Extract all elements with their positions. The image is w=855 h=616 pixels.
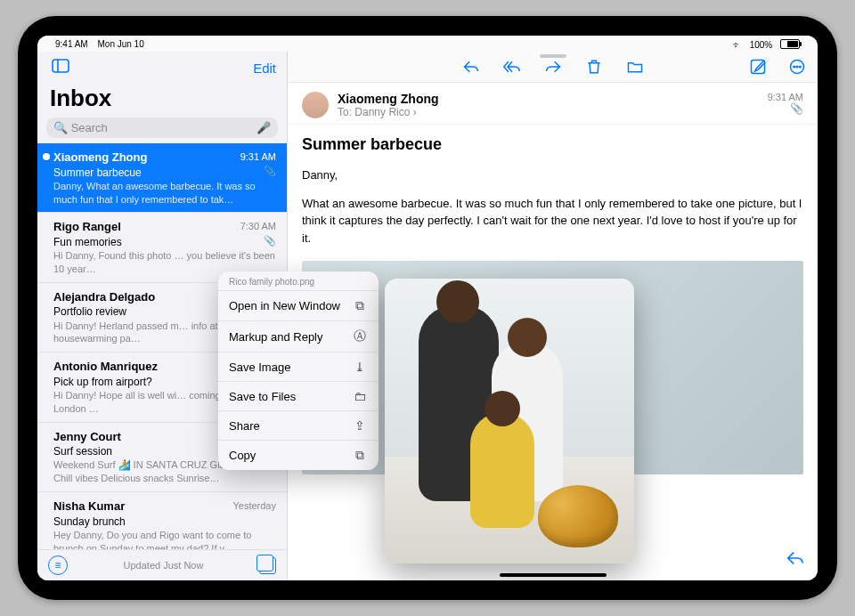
ipad-frame: 9:41 AM Mon Jun 10 ᯤ 100% Edit Inbox — [18, 16, 837, 600]
compose-icon[interactable] — [748, 57, 768, 77]
context-menu-label: Save to Files — [229, 390, 296, 403]
message-subject: Summer barbecue — [53, 166, 276, 180]
reader-toolbar — [288, 52, 818, 83]
home-indicator[interactable] — [500, 573, 607, 577]
edit-button[interactable]: Edit — [253, 61, 276, 76]
message-header: Xiaomeng Zhong To: Danny Rico › 9:31 AM … — [288, 83, 818, 124]
status-time: 9:41 AM — [55, 39, 88, 49]
forward-icon[interactable] — [543, 57, 563, 77]
quick-reply-icon[interactable] — [786, 548, 805, 571]
message-subject: Fun memories — [53, 235, 276, 249]
save-down-icon: ⤓ — [352, 360, 368, 374]
status-bar: 9:41 AM Mon Jun 10 ᯤ 100% — [37, 36, 818, 52]
window-icon: ⧉ — [352, 298, 368, 313]
message-row[interactable]: Xiaomeng Zhong9:31 AM📎Summer barbecueDan… — [37, 143, 287, 213]
avatar[interactable] — [302, 92, 329, 118]
attachment-icon: 📎 — [264, 165, 276, 178]
copy-icon: ⧉ — [352, 448, 368, 463]
trash-icon[interactable] — [584, 57, 604, 77]
context-filename: Rico family photo.png — [218, 272, 379, 290]
share-up-icon: ⇪ — [352, 418, 368, 433]
context-menu-label: Open in New Window — [229, 299, 340, 312]
more-icon[interactable] — [787, 57, 807, 77]
message-row[interactable]: Nisha KumarYesterdaySunday brunchHey Dan… — [37, 492, 287, 549]
chevron-right-icon[interactable]: › — [413, 106, 417, 118]
dictate-icon[interactable]: 🎤 — [256, 121, 271, 134]
context-menu-item[interactable]: Open in New Window⧉ — [218, 290, 379, 320]
attachment-icon[interactable]: 📎 — [768, 102, 803, 115]
message-subject: Sunday brunch — [53, 515, 276, 529]
to-name[interactable]: Danny Rico — [354, 106, 410, 118]
svg-point-4 — [794, 66, 795, 68]
filter-button[interactable]: ≡ — [48, 555, 68, 575]
screen: 9:41 AM Mon Jun 10 ᯤ 100% Edit Inbox — [37, 36, 818, 580]
sidebar-footer: ≡ Updated Just Now — [37, 549, 287, 580]
context-menu-item[interactable]: Save to Files🗀 — [218, 381, 379, 410]
message-subject: Summer barbecue — [288, 124, 818, 161]
sidebar-toggle-icon[interactable] — [48, 55, 73, 81]
message-greeting: Danny, — [288, 161, 818, 190]
window-stack-button[interactable] — [259, 557, 276, 574]
message-time: 9:31 AM — [768, 92, 803, 102]
context-menu-item[interactable]: Save Image⤓ — [218, 352, 379, 381]
battery-pct: 100% — [750, 40, 773, 50]
from-name[interactable]: Xiaomeng Zhong — [338, 92, 759, 106]
move-folder-icon[interactable] — [625, 57, 645, 77]
context-menu-label: Save Image — [229, 361, 290, 374]
folder-icon: 🗀 — [352, 389, 368, 403]
context-menu-label: Copy — [229, 449, 256, 462]
battery-icon — [780, 39, 800, 49]
context-menu-item[interactable]: Copy⧉ — [218, 440, 379, 470]
message-body: What an awesome barbecue. It was so much… — [288, 190, 818, 253]
message-time: 7:30 AM — [240, 220, 276, 233]
grab-handle[interactable] — [540, 54, 566, 58]
svg-rect-0 — [53, 60, 69, 72]
svg-point-5 — [796, 66, 798, 68]
attachment-icon: 📎 — [264, 234, 276, 247]
context-menu-label: Markup and Reply — [229, 330, 323, 344]
message-time: Yesterday — [232, 499, 276, 513]
message-time: 9:31 AM — [240, 150, 276, 164]
reply-all-icon[interactable] — [502, 57, 522, 77]
svg-point-6 — [800, 66, 802, 68]
search-placeholder: Search — [71, 121, 108, 134]
mailbox-title: Inbox — [37, 81, 287, 118]
markup-icon: Ⓐ — [352, 328, 368, 344]
context-menu: Rico family photo.png Open in New Window… — [218, 272, 379, 470]
search-field[interactable]: 🔍 Search 🎤 — [46, 118, 278, 138]
sync-status: Updated Just Now — [124, 560, 204, 571]
search-icon: 🔍 — [53, 121, 68, 134]
attachment-preview[interactable] — [385, 279, 634, 563]
to-label: To: — [338, 106, 352, 118]
context-menu-label: Share — [229, 419, 260, 433]
context-menu-item[interactable]: Markup and ReplyⒶ — [218, 320, 379, 352]
reply-icon[interactable] — [461, 57, 481, 77]
message-preview: Danny, What an awesome barbecue. It was … — [53, 180, 276, 207]
wifi-icon: ᯤ — [733, 40, 742, 50]
message-preview: Hey Danny, Do you and Rigo want to come … — [53, 529, 276, 549]
status-date: Mon Jun 10 — [97, 39, 143, 49]
context-menu-item[interactable]: Share⇪ — [218, 410, 379, 440]
